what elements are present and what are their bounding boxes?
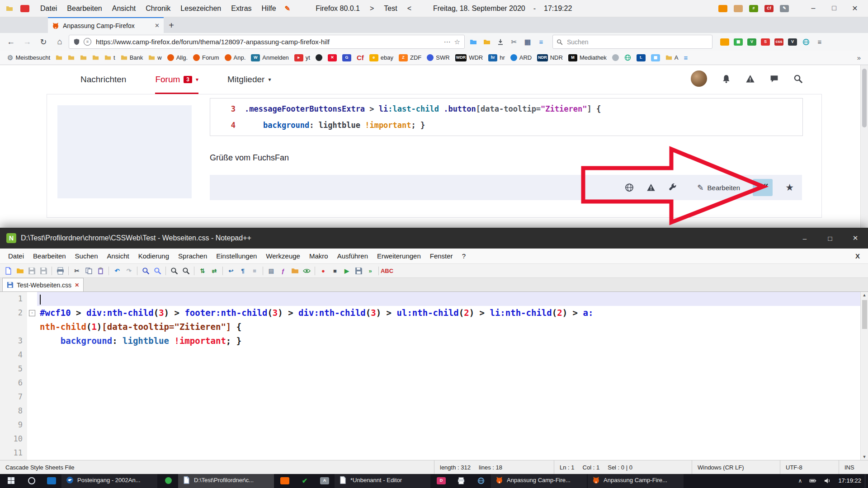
record-macro-icon[interactable]: ● xyxy=(318,265,329,276)
bookmark-ard[interactable]: ARD xyxy=(508,54,534,61)
search-bar[interactable] xyxy=(552,35,712,49)
ff-menu-bearbeiten[interactable]: Bearbeiten xyxy=(62,5,107,13)
open-file-icon[interactable] xyxy=(14,265,25,276)
pinned-app-blue-icon[interactable] xyxy=(42,472,61,488)
bookmark-globe[interactable] xyxy=(622,54,634,61)
reload-button[interactable]: ↻ xyxy=(36,35,51,49)
minimize-button[interactable]: – xyxy=(803,4,824,13)
page-actions-icon[interactable]: ⋯ xyxy=(444,38,451,46)
new-tab-button[interactable]: + xyxy=(164,18,179,33)
addon-v-green-icon[interactable]: V xyxy=(745,36,759,48)
user-avatar[interactable] xyxy=(691,70,707,87)
moderation-wrench-icon[interactable] xyxy=(668,183,677,192)
bookmark-swr[interactable]: SWR xyxy=(424,54,452,61)
word-wrap-icon[interactable]: ↩ xyxy=(226,265,236,276)
forum-nav-mitglieder[interactable]: Mitglieder▾ xyxy=(227,65,271,94)
bookmark-g[interactable]: G xyxy=(340,54,354,61)
sidebar-list-icon[interactable]: ≡ xyxy=(534,36,548,48)
ff-menu-hilfe[interactable]: Hilfe xyxy=(257,5,281,13)
print-icon[interactable] xyxy=(55,265,66,276)
bookmark-folder[interactable] xyxy=(65,54,77,61)
addon-search-icon[interactable] xyxy=(718,36,731,48)
close-button[interactable]: ✕ xyxy=(844,4,865,13)
taskbar-printer-icon[interactable] xyxy=(451,472,471,488)
clip-tool-icon[interactable]: ✂ xyxy=(507,36,521,48)
new-file-icon[interactable] xyxy=(3,265,14,276)
notepadpp-titlebar[interactable]: N D:\Test\Profilordner\chrome\CSSWeb\Tes… xyxy=(0,228,868,249)
tray-clock[interactable]: 17:19:22 xyxy=(838,477,861,484)
np-menu-?[interactable]: ? xyxy=(458,252,470,260)
edit-button[interactable]: ✎ Bearbeiten xyxy=(697,183,740,192)
addon-table-icon[interactable]: ▦ xyxy=(731,36,745,48)
app-check-icon[interactable]: ✔ xyxy=(295,472,315,488)
np-menu-datei[interactable]: Datei xyxy=(4,252,28,260)
forum-nav-nachrichten[interactable]: Nachrichten xyxy=(80,65,126,94)
zoom-out-icon[interactable] xyxy=(180,265,191,276)
save-macro-icon[interactable] xyxy=(353,265,364,276)
show-symbols-icon[interactable]: ¶ xyxy=(237,265,248,276)
editor-scrollbar[interactable]: ▲ ▼ xyxy=(860,292,868,460)
bookmark-folder-bank[interactable]: Bank xyxy=(118,54,146,61)
bookmark-anmelden[interactable]: WAnmelden xyxy=(248,54,292,61)
profile-folder-icon[interactable] xyxy=(3,2,16,15)
alerts-warning-icon[interactable] xyxy=(745,74,755,84)
np-menu-bearbeiten[interactable]: Bearbeiten xyxy=(28,252,71,260)
editor-window-button[interactable]: *Unbenannt - Editor xyxy=(335,472,430,488)
bookmark-hr[interactable]: hrhr xyxy=(486,54,508,61)
search-input[interactable] xyxy=(566,38,708,46)
ff-menu-lesezeichen[interactable]: Lesezeichen xyxy=(175,5,226,13)
start-button[interactable] xyxy=(0,472,22,488)
run-multi-icon[interactable]: » xyxy=(365,265,376,276)
bookmark-t[interactable]: t. xyxy=(634,54,648,61)
find-icon[interactable] xyxy=(140,265,151,276)
app-globe-icon[interactable] xyxy=(471,472,491,488)
scroll-up-icon[interactable]: ▲ xyxy=(863,293,867,297)
url-input[interactable] xyxy=(95,38,440,46)
np-close-button[interactable]: ✕ xyxy=(843,228,868,249)
np-menu-ansicht[interactable]: Ansicht xyxy=(102,252,133,260)
bookmark-wdr[interactable]: WDRWDR xyxy=(453,54,486,61)
addon-stylus-icon[interactable]: S xyxy=(759,36,772,48)
ff-menu-chronik[interactable]: Chronik xyxy=(141,5,175,13)
addon-cf-icon[interactable]: Cf xyxy=(762,2,776,15)
bookmark-folder-a[interactable]: A xyxy=(663,54,681,61)
star-icon[interactable]: ★ xyxy=(785,182,794,193)
thunderbird-window-button[interactable]: Posteingang - 2002An... xyxy=(61,472,157,488)
function-list-icon[interactable]: ƒ xyxy=(278,265,288,276)
np-minimize-button[interactable]: – xyxy=(792,228,817,249)
ff-menu-ansicht[interactable]: Ansicht xyxy=(107,5,141,13)
bookmark-forum[interactable]: Forum xyxy=(190,54,222,61)
status-encoding[interactable]: UTF-8 xyxy=(780,460,839,474)
np-menu-makro[interactable]: Makro xyxy=(305,252,333,260)
site-info-icon[interactable]: ≡ xyxy=(84,38,91,46)
stop-macro-icon[interactable]: ■ xyxy=(330,265,340,276)
doc-map-icon[interactable]: ▤ xyxy=(266,265,277,276)
tray-chevron-icon[interactable]: ∧ xyxy=(798,478,802,484)
np-menu-sprachen[interactable]: Sprachen xyxy=(174,252,212,260)
forum-search-icon[interactable] xyxy=(793,74,803,84)
cut-icon[interactable]: ✂ xyxy=(71,265,82,276)
language-globe-icon[interactable] xyxy=(625,183,634,192)
bookmarks-overflow-icon[interactable]: » xyxy=(854,54,863,61)
np-menu-ausfhren[interactable]: Ausführen xyxy=(333,252,373,260)
url-bar[interactable]: ≡ ⋯ ☆ xyxy=(69,35,465,49)
play-macro-icon[interactable]: ▶ xyxy=(341,265,352,276)
volume-icon[interactable] xyxy=(824,477,831,484)
bookmark-anp[interactable]: Anp. xyxy=(222,54,249,61)
monitoring-eye-icon[interactable] xyxy=(301,265,312,276)
report-warning-icon[interactable] xyxy=(646,183,656,192)
pen-icon[interactable]: ✎ xyxy=(285,5,291,12)
bookmark-mediathek[interactable]: MMediathek xyxy=(566,54,609,61)
undo-icon[interactable]: ↶ xyxy=(112,265,123,276)
firefox-window-button-1[interactable]: Anpassung Camp-Fire... xyxy=(491,472,587,488)
calc-icon[interactable]: ▦ xyxy=(521,36,534,48)
browser-tab[interactable]: Anpassung Camp-Firefox ✕ xyxy=(48,17,164,33)
np-menu-erweiterungen[interactable]: Erweiterungen xyxy=(373,252,425,260)
np-menu-einstellungen[interactable]: Einstellungen xyxy=(212,252,261,260)
app-green-icon[interactable] xyxy=(158,472,178,488)
bookmark-photo[interactable]: ▦ xyxy=(648,54,663,61)
bookmark-ndr[interactable]: NDRNDR xyxy=(534,54,566,61)
addon-globe-icon[interactable] xyxy=(799,36,813,48)
folder-workspace-icon[interactable] xyxy=(289,265,300,276)
doc-close-button[interactable]: X xyxy=(855,252,864,260)
